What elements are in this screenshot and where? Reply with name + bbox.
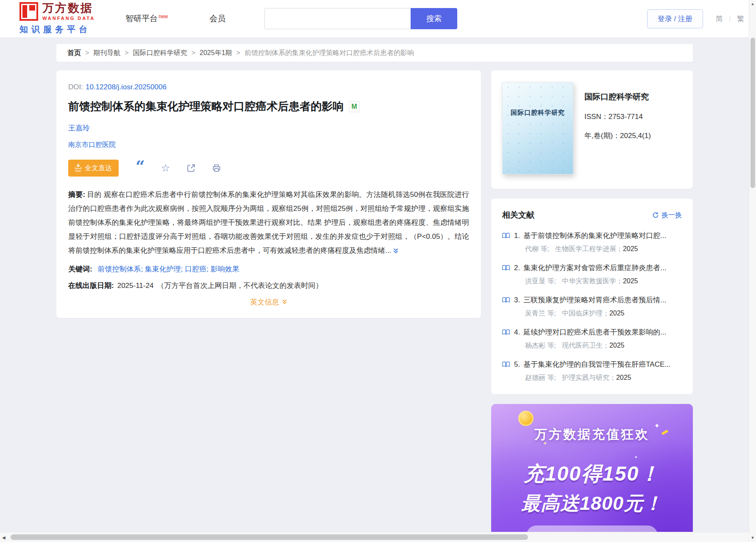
- wanfang-logo[interactable]: 万方数据 WANFANG DATA 知识服务平台: [19, 2, 95, 35]
- journal-card: 国际口腔科学研究 国际口腔科学研究 ISSN：2753-7714 年,卷(期)：…: [491, 70, 693, 189]
- pubdate-line: 在线出版日期:2025-11-24（万方平台首次上网日期，不代表论文的发表时间）: [68, 281, 469, 290]
- related-item-title[interactable]: 基于前馈控制体系的集束化护理策略对口腔...: [523, 231, 666, 241]
- related-item-year: 2025: [623, 245, 638, 252]
- favorite-star-icon[interactable]: ☆: [161, 163, 170, 173]
- volume-value: 2025,4(1): [620, 132, 651, 140]
- related-item-authors: 吴青兰 等;: [525, 310, 556, 317]
- brand-tagline: 知识服务平台: [19, 24, 95, 35]
- abstract: 摘要:目的 观察在口腔癌术后患者中行前馈控制体系的集束化护理策略对其临床效果的影…: [68, 188, 469, 258]
- promo-banner[interactable]: ✦ ✦ ✦ 万方数据充值狂欢 充100得150！ 最高送1800元！: [491, 404, 693, 539]
- scroll-down-arrow[interactable]: ▼: [749, 536, 756, 540]
- refresh-label: 换一换: [662, 211, 682, 220]
- keywords-label: 关键词:: [68, 265, 92, 273]
- wanfang-logo-icon: [19, 2, 38, 21]
- pubdate: 2025-11-24: [117, 282, 154, 290]
- related-item-number: 2.: [514, 264, 520, 272]
- author-line: 王嘉玲: [68, 123, 469, 133]
- keyword-link-1[interactable]: 前馈控制体系: [97, 265, 145, 273]
- article-card: DOI:10.12208/j.iosr.20250006 前馈控制体系的集束化护…: [56, 70, 481, 318]
- related-item-authors: 杨杰彬 等;: [525, 342, 556, 349]
- nav-item-member[interactable]: 会员: [209, 13, 225, 24]
- related-item-number: 1.: [514, 232, 520, 240]
- sparkle-icon: ✦: [654, 422, 660, 430]
- book-icon: [502, 232, 510, 239]
- sidebar: 国际口腔科学研究 国际口腔科学研究 ISSN：2753-7714 年,卷(期)：…: [491, 70, 693, 539]
- journal-cover[interactable]: 国际口腔科学研究: [502, 82, 573, 174]
- vertical-scrollbar-thumb[interactable]: [750, 38, 755, 188]
- doi-link[interactable]: 10.12208/j.iosr.20250006: [86, 83, 167, 91]
- related-item-journal: 护理实践与研究；: [562, 374, 616, 381]
- journal-name[interactable]: 国际口腔科学研究: [584, 91, 651, 102]
- scroll-up-arrow[interactable]: ▲: [749, 2, 756, 6]
- related-header: 相关文献 换一换: [502, 210, 682, 221]
- related-item-title[interactable]: 延续护理对口腔癌术后患者干预效果影响的...: [523, 327, 666, 337]
- search-button[interactable]: 搜索: [411, 8, 457, 29]
- share-icon[interactable]: [187, 164, 195, 172]
- book-icon: [502, 329, 510, 335]
- expand-abstract-icon[interactable]: [393, 244, 399, 258]
- header: 万方数据 WANFANG DATA 知识服务平台 智研平台new 会员 搜索 登…: [0, 0, 756, 37]
- related-item-title[interactable]: 集束化护理方案对食管癌术后重症肺炎患者...: [523, 263, 666, 273]
- book-icon: [502, 361, 510, 368]
- refresh-button[interactable]: 换一换: [652, 211, 682, 220]
- related-item-title[interactable]: 基于集束化护理的自我管理干预在肝癌TACE...: [523, 359, 670, 369]
- related-item-authors: 代柳 等;: [525, 245, 549, 252]
- related-item-title[interactable]: 三联预康复护理策略对胃癌术后患者预后情...: [523, 295, 666, 305]
- pubdate-note: （万方平台首次上网日期，不代表论文的发表时间）: [157, 282, 322, 290]
- action-toolbar: free 全文直达 “ ☆: [68, 160, 469, 177]
- journal-issn-row: ISSN：2753-7714: [584, 112, 651, 122]
- abstract-text: 目的 观察在口腔癌术后患者中行前馈控制体系的集束化护理策略对其临床效果的影响。方…: [68, 191, 469, 254]
- keyword-link-4[interactable]: 影响效果: [211, 265, 239, 273]
- breadcrumb-journal-nav[interactable]: 期刊导航: [81, 49, 120, 58]
- breadcrumb-issue[interactable]: 2025年1期: [187, 49, 232, 58]
- vertical-scrollbar: ▲ ▼: [749, 0, 756, 542]
- fulltext-label: 全文直达: [85, 164, 112, 173]
- article-title-row: 前馈控制体系的集束化护理策略对口腔癌术后患者的影响 M: [68, 99, 469, 114]
- issn-value: 2753-7714: [609, 113, 643, 121]
- abstract-label: 摘要:: [68, 191, 85, 199]
- breadcrumb-home[interactable]: 首页: [67, 49, 81, 58]
- doi-label: DOI:: [68, 83, 83, 91]
- print-icon[interactable]: [212, 164, 221, 172]
- horizontal-scrollbar-thumb[interactable]: [11, 534, 528, 540]
- header-right: 登录 / 注册 简 繁: [647, 9, 744, 28]
- related-item: 1. 基于前馈控制体系的集束化护理策略对口腔... 代柳 等;生物医学工程学进展…: [502, 231, 682, 254]
- related-item: 5. 基于集束化护理的自我管理干预在肝癌TACE... 赵德丽 等;护理实践与研…: [502, 359, 682, 382]
- related-card: 相关文献 换一换 1. 基于前馈控制体系的集束化护理策略对口腔... 代柳 等;…: [491, 199, 693, 394]
- affiliation-line: 南京市口腔医院: [68, 141, 469, 149]
- book-icon: [502, 265, 510, 271]
- doi-line: DOI:10.12208/j.iosr.20250006: [68, 83, 469, 91]
- scroll-left-arrow[interactable]: ◀: [2, 535, 6, 539]
- affiliation-link[interactable]: 南京市口腔医院: [68, 141, 116, 148]
- related-item-year: 2025: [609, 310, 625, 317]
- keyword-link-2[interactable]: 集束化护理: [145, 265, 185, 273]
- breadcrumb-journal[interactable]: 国际口腔科学研究: [120, 49, 187, 58]
- breadcrumb: 首页 期刊导航 国际口腔科学研究 2025年1期 前馈控制体系的集束化护理策略对…: [56, 44, 693, 62]
- related-item-year: 2025: [609, 342, 625, 349]
- related-item-journal: 中华灾害救援医学；: [562, 277, 623, 285]
- related-item-number: 5.: [514, 360, 520, 369]
- lang-simplified[interactable]: 简: [716, 14, 723, 24]
- nav-item-member-label: 会员: [209, 14, 225, 23]
- english-info-toggle[interactable]: 英文信息: [68, 297, 469, 307]
- fulltext-button[interactable]: free 全文直达: [68, 160, 119, 177]
- login-register-button[interactable]: 登录 / 注册: [647, 9, 703, 28]
- related-item-number: 4.: [514, 328, 520, 337]
- brand-text: 万方数据 WANFANG DATA: [42, 3, 95, 21]
- lang-traditional[interactable]: 繁: [737, 14, 744, 24]
- author-link[interactable]: 王嘉玲: [68, 124, 90, 132]
- cite-quote-icon[interactable]: “: [136, 163, 144, 173]
- related-item: 4. 延续护理对口腔癌术后患者干预效果影响的... 杨杰彬 等;现代医药卫生；2…: [502, 327, 682, 350]
- journal-cover-title: 国际口腔科学研究: [503, 109, 573, 117]
- article-title: 前馈控制体系的集束化护理策略对口腔癌术后患者的影响: [68, 99, 344, 114]
- keyword-link-3[interactable]: 口腔癌: [185, 265, 210, 273]
- nav-item-zhiyan[interactable]: 智研平台new: [125, 13, 168, 24]
- nav-item-zhiyan-label: 智研平台: [125, 14, 158, 23]
- content-area: DOI:10.12208/j.iosr.20250006 前馈控制体系的集束化护…: [56, 70, 756, 539]
- journal-volume-row: 年,卷(期)：2025,4(1): [584, 131, 651, 141]
- refresh-icon: [652, 212, 659, 218]
- related-item-authors: 赵德丽 等;: [525, 374, 556, 381]
- sparkle-icon: ✦: [634, 455, 638, 459]
- related-item-journal: 生物医学工程学进展；: [555, 245, 623, 252]
- search-input[interactable]: [264, 8, 411, 29]
